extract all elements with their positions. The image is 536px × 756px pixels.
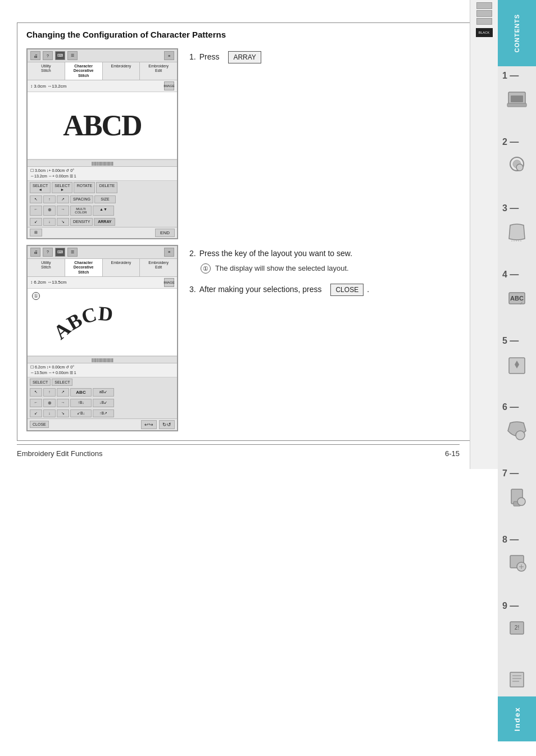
screen1-spacing-btn[interactable]: SPACING bbox=[70, 195, 93, 203]
screen2-icon2: ? bbox=[43, 248, 53, 257]
screen1-sw-btn[interactable]: ↙ bbox=[30, 218, 42, 226]
tab-notes[interactable] bbox=[498, 663, 536, 696]
screen1-se-btn[interactable]: ↘ bbox=[57, 218, 69, 226]
screen2-s-btn[interactable]: ↓ bbox=[43, 409, 56, 417]
screen2-select2-btn[interactable]: SELECT bbox=[52, 379, 72, 386]
screen2-arc-text: ABCD bbox=[46, 291, 158, 353]
sidebar-tab-2[interactable]: 2 — bbox=[498, 133, 536, 199]
sidebar-tab-9[interactable]: 9 — 2! bbox=[498, 596, 536, 663]
tab-3-number: 3 — bbox=[502, 203, 519, 213]
screen2-measurements: ☐ 6.2cm ↕+ 0.00cm ↺ 0° ↔13.5cm ↔+ 0.00cm… bbox=[28, 363, 177, 377]
screen2-top-bar: 🖨 ? ⌨ ☰ ≡ bbox=[28, 246, 177, 259]
screen2-se-btn[interactable]: ↘ bbox=[57, 409, 69, 417]
tab-6-number: 6 — bbox=[502, 402, 519, 412]
tab-index[interactable]: Index bbox=[498, 696, 536, 741]
screen1-tab2: CharacterDecorativeStitch bbox=[65, 62, 103, 80]
screen2-n-btn[interactable]: ↑ bbox=[43, 388, 56, 397]
screen1-center-btn[interactable]: ⊕ bbox=[43, 206, 56, 216]
screen2-abc-btn[interactable]: ABC bbox=[70, 388, 92, 397]
step3-prefix: After making your selections, press bbox=[199, 284, 322, 295]
tab-6-icon bbox=[506, 418, 528, 443]
screen1-w-btn[interactable]: ← bbox=[30, 206, 42, 216]
footer-left: Embroidery Edit Functions bbox=[17, 449, 102, 458]
screen1-image-btn[interactable]: IMAGE bbox=[164, 81, 174, 90]
screen2-icon5: ≡ bbox=[164, 248, 174, 257]
step1-instructions: 1. Press ARRAY bbox=[189, 48, 471, 74]
screen1-bottom: ⊞ END bbox=[28, 227, 177, 238]
screen2-rotate1-btn[interactable]: ↩↪ bbox=[141, 420, 157, 429]
screen1-select-left-btn[interactable]: SELECT◄ bbox=[30, 182, 51, 193]
tab-5-number: 5 — bbox=[502, 336, 519, 346]
screen2-tab3: Embroidery bbox=[103, 259, 140, 276]
screen2-upBup-btn[interactable]: ↑B↗ bbox=[93, 409, 114, 417]
step3-number: 3. bbox=[189, 284, 196, 295]
sidebar-tab-8[interactable]: 8 — bbox=[498, 530, 536, 596]
screen1-mirrorv-btn[interactable]: ▲▼ bbox=[93, 206, 114, 216]
footer: Embroidery Edit Functions 6-15 bbox=[17, 444, 460, 458]
screen1-e-btn[interactable]: → bbox=[57, 206, 69, 216]
screen2-upB-btn[interactable]: ↑B↓ bbox=[70, 399, 92, 407]
screen1-ne-btn[interactable]: ↗ bbox=[57, 195, 69, 203]
screen1-delete-btn[interactable]: DELETE bbox=[96, 182, 117, 193]
screen1-multicolor-btn[interactable]: MULTICOLOR bbox=[70, 206, 92, 216]
screen2-nw-btn[interactable]: ↖ bbox=[30, 388, 42, 397]
svg-rect-22 bbox=[510, 672, 524, 687]
footer-right: 6-15 bbox=[445, 449, 460, 458]
array-button[interactable]: ARRAY bbox=[228, 51, 261, 63]
screen2-rotate2-btn[interactable]: ↻↺ bbox=[159, 420, 175, 429]
sidebar-tab-6[interactable]: 6 — bbox=[498, 398, 536, 464]
screen2-tab1: UtilityStitch bbox=[28, 259, 65, 276]
screen2-close-btn[interactable]: CLOSE bbox=[30, 421, 49, 428]
screen2-e-btn[interactable]: → bbox=[57, 399, 69, 407]
screen2-sw-btn[interactable]: ↙ bbox=[30, 409, 42, 417]
screen2-aB-btn[interactable]: aB↙ bbox=[93, 388, 114, 397]
screen2-ruler-marks: | | | | | | | | | | | | | | | | | | | | … bbox=[92, 358, 113, 362]
screen1-rotate-btn[interactable]: ROTATE bbox=[74, 182, 95, 193]
screen2-swB-btn[interactable]: ↙B↓ bbox=[70, 409, 92, 417]
screen1-text-display: ABCD bbox=[63, 109, 141, 142]
screen2-meas-text: ☐ 6.2cm ↕+ 0.00cm ↺ 0° ↔13.5cm ↔+ 0.00cm… bbox=[30, 365, 76, 376]
screen2-btn-row1: SELECT SELECT bbox=[28, 377, 177, 387]
screen1-s-btn[interactable]: ↓ bbox=[43, 218, 56, 226]
screen1-select-right-btn[interactable]: SELECT► bbox=[52, 182, 72, 193]
screen1-size-btn[interactable]: SIZE bbox=[94, 195, 116, 203]
screen1-size-bar: ↕ 3.0cm ↔13.2cm IMAGE bbox=[28, 80, 177, 92]
step2-number: 2. bbox=[189, 248, 196, 259]
sidebar-tab-7[interactable]: 7 — bbox=[498, 464, 536, 530]
screen1-icon3: ⌨ bbox=[55, 51, 65, 60]
sidebar-tab-3[interactable]: 3 — bbox=[498, 199, 536, 265]
svg-point-5 bbox=[516, 164, 523, 171]
screen2-right-panel: BLACK bbox=[470, 0, 498, 469]
screen1-end-btn[interactable]: END bbox=[155, 229, 175, 237]
screen1-density-btn[interactable]: DENSITY bbox=[70, 218, 93, 226]
screen1-grid-btn[interactable]: ⊞ bbox=[30, 229, 42, 236]
tab-4-icon: ABC ✓ bbox=[506, 286, 528, 311]
sidebar-tab-1[interactable]: 1 — bbox=[498, 66, 536, 133]
screen1-n-btn[interactable]: ↑ bbox=[43, 195, 56, 203]
tab-2-number: 2 — bbox=[502, 137, 519, 147]
tab-7-number: 7 — bbox=[502, 468, 519, 479]
steps-2-3: 2. Press the key of the layout you want … bbox=[189, 245, 471, 307]
screen2-downB-btn[interactable]: ↓B↙ bbox=[93, 399, 114, 407]
notes-icon bbox=[508, 671, 526, 688]
tab-contents[interactable]: CONTENTS bbox=[498, 0, 536, 66]
screen2-icon1: 🖨 bbox=[30, 248, 40, 257]
screen2-ne-btn[interactable]: ↗ bbox=[57, 388, 69, 397]
screen2-icon4: ☰ bbox=[67, 248, 78, 257]
close-button[interactable]: CLOSE bbox=[330, 284, 364, 296]
screen2-image-btn[interactable]: IMAGE bbox=[164, 278, 174, 287]
tab-2-icon bbox=[506, 154, 528, 177]
step1: 1. Press ARRAY bbox=[189, 51, 471, 63]
screen1-array-btn[interactable]: ARRAY bbox=[94, 218, 115, 226]
sidebar-tab-5[interactable]: 5 — bbox=[498, 331, 536, 398]
screen1-tab1: UtilityStitch bbox=[28, 62, 65, 80]
screen2-select1-btn[interactable]: SELECT bbox=[30, 379, 51, 386]
screen2-center-btn[interactable]: ⊕ bbox=[43, 399, 56, 407]
tab-3-icon bbox=[506, 220, 528, 244]
tab-9-icon: 2! bbox=[506, 617, 528, 642]
screen1-nw-btn[interactable]: ↖ bbox=[30, 195, 42, 203]
screen2-btn-row4: ↙ ↓ ↘ ↙B↓ ↑B↗ bbox=[28, 408, 177, 418]
screen2-icon3: ⌨ bbox=[55, 248, 65, 257]
screen2-w-btn[interactable]: ← bbox=[30, 399, 42, 407]
sidebar-tab-4[interactable]: 4 — ABC ✓ bbox=[498, 265, 536, 331]
